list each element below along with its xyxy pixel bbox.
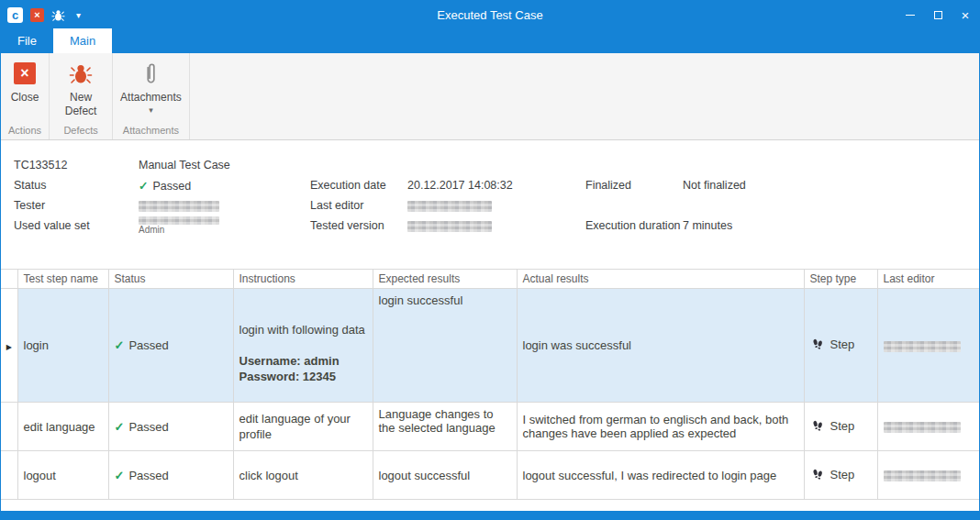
cell-expected-results[interactable]: logout successful (373, 451, 517, 500)
cell-test-step-name[interactable]: logout (17, 451, 108, 500)
cell-expected-results[interactable]: Language changes to the selected languag… (373, 403, 517, 451)
cell-actual-results[interactable]: I switched from german to englisch and b… (517, 403, 804, 451)
cell-last-editor[interactable] (877, 451, 979, 500)
cell-instructions[interactable]: edit language of your profile (233, 403, 373, 451)
table-row[interactable]: logout✓Passedclick logoutlogout successf… (1, 451, 979, 500)
execution-duration-value: 7 minutes (683, 219, 979, 232)
close-quick-icon[interactable]: × (30, 8, 44, 22)
bug-icon (69, 60, 93, 87)
test-steps-table: Test step name Status Instructions Expec… (1, 269, 979, 500)
new-defect-button-label: New Defect (57, 91, 105, 118)
close-red-icon: × (14, 62, 36, 84)
check-icon: ✓ (139, 180, 148, 193)
minimize-icon (906, 15, 915, 16)
footprints-icon (810, 337, 825, 354)
cell-actual-results[interactable]: logout successful, I was redirected to l… (517, 451, 804, 500)
group-label-attachments: Attachments (115, 122, 187, 139)
column-header-actual-results[interactable]: Actual results (517, 270, 804, 289)
table-row[interactable]: ▶login✓Passedlogin with following data U… (1, 289, 979, 403)
column-header-row-selector (1, 270, 17, 289)
row-selector-cell[interactable]: ▶ (1, 289, 17, 403)
title-bar: c × ▾ Executed Test Case × (1, 1, 979, 28)
bottom-status-strip (1, 511, 979, 519)
paperclip-icon (140, 60, 161, 87)
check-icon: ✓ (115, 420, 125, 434)
cell-last-editor[interactable] (877, 289, 979, 403)
attachments-button-label: Attachments (120, 91, 182, 105)
cell-expected-results[interactable]: login successful (373, 289, 517, 403)
column-header-step-type[interactable]: Step type (804, 270, 877, 289)
status-label: Status (14, 179, 139, 192)
redacted-value (407, 201, 492, 212)
cell-status[interactable]: ✓Passed (108, 403, 233, 451)
attachments-dropdown-icon[interactable]: ▾ (149, 105, 153, 116)
close-button-label: Close (11, 91, 39, 105)
tab-main[interactable]: Main (53, 28, 112, 53)
cell-actual-results[interactable]: login was successful (517, 289, 804, 403)
column-header-status[interactable]: Status (108, 270, 233, 289)
cell-status[interactable]: ✓Passed (108, 451, 233, 500)
cell-status[interactable]: ✓Passed (108, 289, 233, 403)
content-area: TC133512 Manual Test Case Status ✓Passed… (1, 140, 979, 511)
tested-version-label: Tested version (310, 219, 407, 232)
app-logo-icon[interactable]: c (7, 7, 23, 23)
toolbar-dropdown-icon[interactable]: ▾ (72, 10, 81, 20)
redacted-value (139, 201, 219, 212)
cell-test-step-name[interactable]: login (17, 289, 108, 403)
tested-version-value (407, 219, 585, 232)
redacted-value (407, 221, 492, 232)
row-selector-cell[interactable] (1, 403, 17, 451)
ribbon-tab-bar: File Main (1, 28, 979, 53)
status-value: ✓Passed (139, 179, 310, 193)
quick-access-toolbar: c × ▾ (1, 7, 120, 23)
execution-duration-label: Execution duration (585, 219, 683, 232)
tester-label: Tester (14, 199, 139, 212)
test-case-id: TC133512 (14, 159, 139, 171)
maximize-button[interactable] (924, 1, 952, 28)
minimize-button[interactable] (896, 1, 924, 28)
bug-quick-icon[interactable] (51, 8, 65, 22)
ribbon-group-actions: × Close Actions (1, 53, 50, 139)
used-value-set-value: Admin (139, 216, 310, 235)
column-header-last-editor[interactable]: Last editor (877, 270, 979, 289)
check-icon: ✓ (115, 469, 125, 482)
group-label-defects: Defects (51, 122, 110, 139)
test-case-details: TC133512 Manual Test Case Status ✓Passed… (1, 140, 979, 269)
used-value-set-label: Used value set (14, 219, 139, 232)
selected-row-arrow-icon: ▶ (6, 343, 12, 351)
redacted-value (884, 341, 961, 352)
cell-instructions[interactable]: click logout (233, 451, 373, 500)
table-header-row: Test step name Status Instructions Expec… (1, 270, 979, 289)
window-controls: × (860, 1, 979, 28)
attachments-button[interactable]: Attachments ▾ (115, 55, 187, 117)
cell-step-type[interactable]: Step (804, 289, 877, 403)
executed-test-case-window: c × ▾ Executed Test Case × (0, 0, 980, 520)
cell-step-type[interactable]: Step (804, 403, 877, 451)
close-window-button[interactable]: × (952, 1, 979, 28)
row-selector-cell[interactable] (1, 451, 17, 500)
maximize-icon (934, 11, 942, 19)
ribbon-group-attachments: Attachments ▾ Attachments (113, 53, 190, 139)
footprints-icon (810, 418, 825, 436)
cell-last-editor[interactable] (877, 403, 979, 451)
tab-file[interactable]: File (1, 28, 53, 53)
cell-test-step-name[interactable]: edit language (17, 403, 108, 451)
ribbon: × Close Actions (1, 53, 979, 140)
window-title: Executed Test Case (120, 8, 860, 22)
check-icon: ✓ (115, 338, 125, 352)
last-editor-label: Last editor (310, 199, 407, 212)
column-header-instructions[interactable]: Instructions (233, 270, 373, 289)
test-case-type: Manual Test Case (139, 159, 310, 171)
column-header-expected-results[interactable]: Expected results (373, 270, 517, 289)
cell-instructions[interactable]: login with following data Username: admi… (233, 289, 373, 403)
test-steps-body: ▶login✓Passedlogin with following data U… (1, 289, 979, 500)
cell-step-type[interactable]: Step (804, 451, 877, 500)
column-header-test-step-name[interactable]: Test step name (17, 270, 108, 289)
finalized-value: Not finalized (683, 179, 979, 192)
finalized-label: Finalized (585, 179, 683, 192)
new-defect-button[interactable]: New Defect (51, 55, 110, 120)
group-label-actions: Actions (3, 122, 47, 139)
last-editor-value (407, 199, 585, 212)
table-row[interactable]: edit language✓Passededit language of you… (1, 403, 979, 451)
close-button[interactable]: × Close (6, 55, 45, 106)
